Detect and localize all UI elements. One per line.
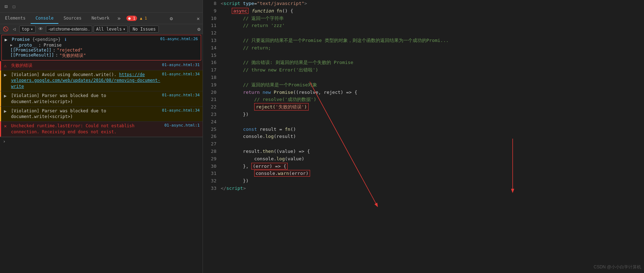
table-row: 25 const result = fn() xyxy=(203,126,644,133)
line-content-15 xyxy=(221,52,644,59)
line-content-9: async function fn() { xyxy=(221,7,644,15)
promise-result-val: "失败的错误" xyxy=(59,53,86,59)
level-label: All levels xyxy=(96,27,122,32)
tab-sources[interactable]: Sources xyxy=(58,13,87,24)
line-number-15: 15 xyxy=(203,52,221,59)
line-content-13: // 只要返回的结果不是一个Promise 类型的对象，则这个函数的返回结果为一… xyxy=(221,37,644,44)
line-number-25: 25 xyxy=(203,126,221,133)
log-source-v3[interactable]: 01-async.html:34 xyxy=(162,108,200,113)
inspect-icon[interactable]: ⊡ xyxy=(3,3,9,10)
table-row: 21 // resolve('成功的数据') xyxy=(203,96,644,103)
table-row: 14 // return; xyxy=(203,44,644,52)
line-content-24 xyxy=(221,118,644,126)
line-content-11: // return 'zzz' xyxy=(221,22,644,30)
tab-network[interactable]: Network xyxy=(87,13,115,24)
log-entry-violation2: ▶ [Violation] Parser was blocked due tod… xyxy=(0,91,203,107)
code-content-area: 8 <script type="text/javascript"> 9 asyn… xyxy=(203,0,644,273)
back-button[interactable]: ◁ xyxy=(11,26,18,33)
violation-message-1: [Violation] Avoid using document.write()… xyxy=(11,72,162,90)
table-row: 10 // 返回一个字符串 xyxy=(203,15,644,22)
tab-console[interactable]: Console xyxy=(31,13,59,24)
line-number-18: 18 xyxy=(203,74,221,81)
line-content-30: }, (error) => { xyxy=(221,163,644,170)
line-content-8: <script type="text/javascript"> xyxy=(221,0,644,7)
expand-icon[interactable]: ▶ xyxy=(5,37,10,43)
line-number-28: 28 xyxy=(203,148,221,155)
clear-console-button[interactable]: 🚫 xyxy=(2,26,9,33)
line-number-13: 13 xyxy=(203,37,221,44)
tabs-more-button[interactable]: » xyxy=(115,13,124,24)
line-content-10: // 返回一个字符串 xyxy=(221,15,644,22)
line-content-17: // throw new Error('出错啦') xyxy=(221,66,644,74)
line-content-26: console.log(result) xyxy=(221,133,644,140)
promise-state-val: "rejected" xyxy=(57,48,83,53)
line-content-16: // 抛出错误: 则返回的结果是一个失败的 Promise xyxy=(221,59,644,66)
error-badge-area: ● 1 ▲ 1 xyxy=(126,13,149,24)
promise-label: Promise {<pending>} ℹ xyxy=(12,37,160,43)
error-message-1: 失败的错误 xyxy=(11,63,162,69)
table-row: 32 }) xyxy=(203,177,644,185)
context-label: top xyxy=(22,27,30,32)
expand-icon-v2[interactable]: ▶ xyxy=(4,93,10,98)
url-filter-input[interactable] xyxy=(46,26,92,33)
table-row: 23 }) xyxy=(203,111,644,118)
eye-icon[interactable]: 👁 xyxy=(37,26,44,32)
promise-state-key: [[PromiseState]] xyxy=(10,48,52,53)
table-row: 8 <script type="text/javascript"> xyxy=(203,0,644,7)
table-row: 27 xyxy=(203,140,644,148)
table-row: 30 }, (error) => { xyxy=(203,163,644,170)
code-table: 8 <script type="text/javascript"> 9 asyn… xyxy=(203,0,644,192)
line-content-23: }) xyxy=(221,111,644,118)
table-row: 28 result.then((value) => { xyxy=(203,148,644,155)
log-source-error1[interactable]: 01-async.html:31 xyxy=(162,63,200,67)
warn-badge: ▲ 1 xyxy=(138,16,149,21)
line-content-22: reject('失败的错误') xyxy=(221,103,644,111)
log-entry-runtime-error: ✕ Unchecked runtime.lastError: Could not… xyxy=(0,122,203,137)
table-row: 16 // 抛出错误: 则返回的结果是一个失败的 Promise xyxy=(203,59,644,66)
line-content-21: // resolve('成功的数据') xyxy=(221,96,644,103)
device-icon[interactable]: ☐ xyxy=(11,3,17,10)
line-number-17: 17 xyxy=(203,66,221,74)
table-row: 19 // 返回的结果是一个Promise对象 xyxy=(203,81,644,89)
context-selector[interactable]: top ▾ xyxy=(19,26,36,33)
line-number-8: 8 xyxy=(203,0,221,7)
chevron-down-icon: ▾ xyxy=(31,27,33,32)
log-entry-error1: ⚠ 失败的错误 01-async.html:31 xyxy=(0,61,203,70)
line-content-27 xyxy=(221,140,644,148)
log-entry-violation3: ▶ [Violation] Parser was blocked due tod… xyxy=(0,107,203,122)
table-row: 33 </script> xyxy=(203,185,644,192)
violation-message-3: [Violation] Parser was blocked due todoc… xyxy=(11,108,162,120)
line-content-33: </script> xyxy=(221,185,644,192)
table-row: 29 console.log(value) xyxy=(203,155,644,163)
log-source-v2[interactable]: 01-async.html:34 xyxy=(162,93,200,97)
table-row: 24 xyxy=(203,118,644,126)
line-number-22: 22 xyxy=(203,103,221,111)
proto-key: __proto__ xyxy=(14,43,37,48)
log-level-selector[interactable]: All levels ▾ xyxy=(94,26,128,33)
line-number-30: 30 xyxy=(203,163,221,170)
settings-button[interactable]: ⚙ xyxy=(167,13,176,24)
log-source-promise[interactable]: 01-async.html:26 xyxy=(160,37,198,43)
expand-icon-v3[interactable]: ▶ xyxy=(4,108,10,114)
line-content-32: }) xyxy=(221,177,644,185)
log-source-runtime[interactable]: 01-async.html:1 xyxy=(164,123,200,128)
console-settings-icon[interactable]: ⚙ xyxy=(198,26,200,32)
table-row: 11 // return 'zzz' xyxy=(203,22,644,30)
console-prompt-icon: › xyxy=(3,139,6,144)
table-row: 22 reject('失败的错误') xyxy=(203,103,644,111)
tab-elements[interactable]: Elements xyxy=(0,13,31,24)
expand-icon-v1[interactable]: ▶ xyxy=(4,72,10,77)
close-button[interactable]: ✕ xyxy=(194,13,203,24)
line-number-19: 19 xyxy=(203,81,221,89)
line-number-10: 10 xyxy=(203,15,221,22)
line-content-28: result.then((value) => { xyxy=(221,148,644,155)
no-issues-button[interactable]: No Issues xyxy=(129,26,159,33)
line-number-29: 29 xyxy=(203,155,221,163)
line-number-12: 12 xyxy=(203,30,221,37)
line-number-33: 33 xyxy=(203,185,221,192)
console-toolbar: 🚫 ◁ top ▾ 👁 All levels ▾ No Issues ⚙ xyxy=(0,24,203,34)
log-source-v1[interactable]: 01-async.html:34 xyxy=(162,72,200,76)
error-icon-runtime: ✕ xyxy=(4,123,10,129)
log-entry-promise: ▶ Promise {<pending>} ℹ 01-async.html:26… xyxy=(1,35,201,60)
table-row: 9 async function fn() { xyxy=(203,7,644,15)
